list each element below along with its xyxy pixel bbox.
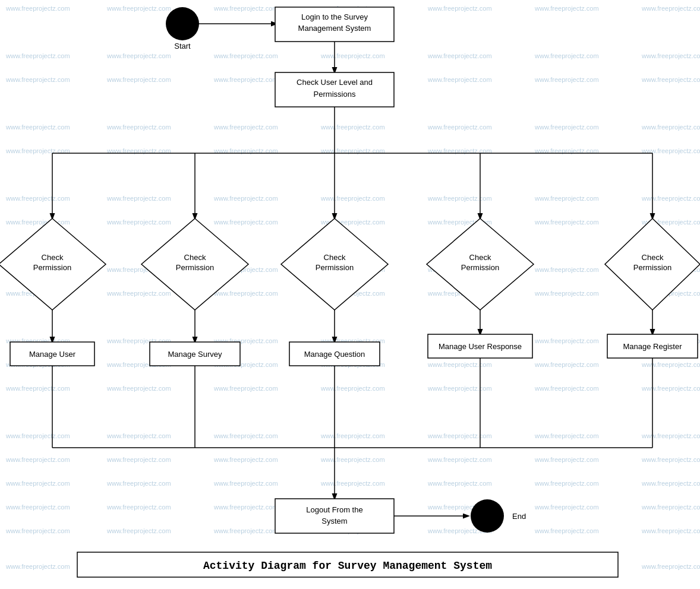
svg-text:www.freeprojectz.com: www.freeprojectz.com [534, 456, 599, 463]
svg-text:www.freeprojectz.com: www.freeprojectz.com [534, 124, 599, 131]
svg-text:www.freeprojectz.com: www.freeprojectz.com [5, 76, 70, 83]
svg-text:www.freeprojectz.com: www.freeprojectz.com [641, 76, 700, 83]
svg-text:www.freeprojectz.com: www.freeprojectz.com [5, 504, 70, 511]
footer-title: Activity Diagram for Survey Management S… [203, 560, 492, 572]
svg-text:www.freeprojectz.com: www.freeprojectz.com [427, 480, 492, 487]
svg-text:www.freeprojectz.com: www.freeprojectz.com [534, 504, 599, 511]
svg-text:www.freeprojectz.com: www.freeprojectz.com [106, 527, 171, 534]
svg-text:www.freeprojectz.com: www.freeprojectz.com [320, 52, 385, 59]
svg-text:www.freeprojectz.com: www.freeprojectz.com [427, 76, 492, 83]
svg-text:www.freeprojectz.com: www.freeprojectz.com [534, 527, 599, 534]
svg-text:www.freeprojectz.com: www.freeprojectz.com [534, 337, 599, 344]
check-perm-1-line1: Check [42, 253, 64, 262]
logout-label-line1: Logout From the [306, 505, 362, 514]
svg-text:www.freeprojectz.com: www.freeprojectz.com [106, 480, 171, 487]
svg-text:www.freeprojectz.com: www.freeprojectz.com [5, 195, 70, 202]
svg-text:www.freeprojectz.com: www.freeprojectz.com [427, 456, 492, 463]
svg-text:www.freeprojectz.com: www.freeprojectz.com [641, 361, 700, 368]
svg-text:www.freeprojectz.com: www.freeprojectz.com [320, 456, 385, 463]
svg-text:www.freeprojectz.com: www.freeprojectz.com [5, 385, 70, 392]
logout-box [275, 499, 394, 533]
check-perm-2-line1: Check [184, 253, 206, 262]
svg-text:www.freeprojectz.com: www.freeprojectz.com [106, 290, 171, 297]
svg-text:www.freeprojectz.com: www.freeprojectz.com [534, 52, 599, 59]
end-node [471, 499, 504, 533]
svg-text:www.freeprojectz.com: www.freeprojectz.com [106, 124, 171, 131]
svg-text:www.freeprojectz.com: www.freeprojectz.com [213, 76, 278, 83]
svg-text:www.freeprojectz.com: www.freeprojectz.com [534, 218, 599, 226]
svg-text:www.freeprojectz.com: www.freeprojectz.com [213, 480, 278, 487]
check-perm-5-line1: Check [642, 253, 664, 262]
svg-text:www.freeprojectz.com: www.freeprojectz.com [641, 504, 700, 511]
login-label-line1: Login to the Survey [301, 12, 368, 21]
svg-text:www.freeprojectz.com: www.freeprojectz.com [5, 563, 70, 570]
svg-text:www.freeprojectz.com: www.freeprojectz.com [427, 5, 492, 12]
svg-text:www.freeprojectz.com: www.freeprojectz.com [641, 480, 700, 487]
svg-text:www.freeprojectz.com: www.freeprojectz.com [5, 456, 70, 463]
svg-text:www.freeprojectz.com: www.freeprojectz.com [534, 385, 599, 392]
manage-register-label: Manage Register [623, 342, 683, 351]
svg-text:www.freeprojectz.com: www.freeprojectz.com [427, 385, 492, 392]
svg-text:www.freeprojectz.com: www.freeprojectz.com [106, 52, 171, 59]
svg-text:www.freeprojectz.com: www.freeprojectz.com [5, 52, 70, 59]
svg-text:www.freeprojectz.com: www.freeprojectz.com [213, 527, 278, 534]
svg-text:www.freeprojectz.com: www.freeprojectz.com [534, 432, 599, 439]
manage-survey-label: Manage Survey [168, 350, 222, 359]
check-perm-2-line2: Permission [176, 263, 214, 272]
svg-text:www.freeprojectz.com: www.freeprojectz.com [320, 432, 385, 439]
svg-text:www.freeprojectz.com: www.freeprojectz.com [213, 504, 278, 511]
svg-text:www.freeprojectz.com: www.freeprojectz.com [320, 480, 385, 487]
svg-text:www.freeprojectz.com: www.freeprojectz.com [106, 5, 171, 12]
check-perm-3-line1: Check [324, 253, 346, 262]
svg-text:www.freeprojectz.com: www.freeprojectz.com [320, 195, 385, 202]
svg-text:www.freeprojectz.com: www.freeprojectz.com [5, 480, 70, 487]
svg-text:www.freeprojectz.com: www.freeprojectz.com [106, 504, 171, 511]
check-perm-1-line2: Permission [33, 263, 71, 272]
svg-text:www.freeprojectz.com: www.freeprojectz.com [641, 563, 700, 570]
logout-label-line2: System [321, 517, 347, 525]
svg-text:www.freeprojectz.com: www.freeprojectz.com [5, 432, 70, 439]
check-user-level-line2: Permissions [314, 90, 356, 99]
svg-text:www.freeprojectz.com: www.freeprojectz.com [427, 124, 492, 131]
svg-text:www.freeprojectz.com: www.freeprojectz.com [106, 432, 171, 439]
svg-text:www.freeprojectz.com: www.freeprojectz.com [534, 266, 599, 273]
diagram-area: www.freeprojectz.com www.freeprojectz.co… [0, 0, 700, 589]
svg-text:www.freeprojectz.com: www.freeprojectz.com [320, 124, 385, 131]
svg-text:www.freeprojectz.com: www.freeprojectz.com [534, 195, 599, 202]
svg-text:www.freeprojectz.com: www.freeprojectz.com [320, 385, 385, 392]
svg-text:www.freeprojectz.com: www.freeprojectz.com [5, 124, 70, 131]
svg-text:www.freeprojectz.com: www.freeprojectz.com [5, 218, 70, 226]
start-label: Start [174, 42, 191, 50]
svg-text:www.freeprojectz.com: www.freeprojectz.com [534, 5, 599, 12]
manage-user-response-label: Manage User Response [439, 342, 522, 351]
svg-text:www.freeprojectz.com: www.freeprojectz.com [641, 52, 700, 59]
end-label: End [512, 512, 526, 521]
svg-text:www.freeprojectz.com: www.freeprojectz.com [213, 124, 278, 131]
svg-text:www.freeprojectz.com: www.freeprojectz.com [427, 432, 492, 439]
svg-text:www.freeprojectz.com: www.freeprojectz.com [106, 456, 171, 463]
svg-text:www.freeprojectz.com: www.freeprojectz.com [106, 76, 171, 83]
svg-text:www.freeprojectz.com: www.freeprojectz.com [641, 195, 700, 202]
svg-text:www.freeprojectz.com: www.freeprojectz.com [641, 5, 700, 12]
check-user-level-line1: Check User Level and [297, 78, 373, 87]
svg-text:www.freeprojectz.com: www.freeprojectz.com [641, 432, 700, 439]
svg-text:www.freeprojectz.com: www.freeprojectz.com [106, 385, 171, 392]
svg-text:www.freeprojectz.com: www.freeprojectz.com [534, 480, 599, 487]
svg-text:www.freeprojectz.com: www.freeprojectz.com [213, 385, 278, 392]
svg-text:www.freeprojectz.com: www.freeprojectz.com [5, 5, 70, 12]
svg-text:www.freeprojectz.com: www.freeprojectz.com [641, 527, 700, 534]
svg-text:www.freeprojectz.com: www.freeprojectz.com [427, 52, 492, 59]
svg-text:www.freeprojectz.com: www.freeprojectz.com [641, 456, 700, 463]
svg-text:www.freeprojectz.com: www.freeprojectz.com [534, 76, 599, 83]
svg-text:www.freeprojectz.com: www.freeprojectz.com [213, 432, 278, 439]
svg-text:www.freeprojectz.com: www.freeprojectz.com [213, 195, 278, 202]
check-perm-4-line1: Check [469, 253, 491, 262]
svg-text:www.freeprojectz.com: www.freeprojectz.com [641, 124, 700, 131]
svg-text:www.freeprojectz.com: www.freeprojectz.com [5, 527, 70, 534]
svg-text:www.freeprojectz.com: www.freeprojectz.com [534, 290, 599, 297]
svg-text:www.freeprojectz.com: www.freeprojectz.com [213, 218, 278, 226]
svg-text:www.freeprojectz.com: www.freeprojectz.com [641, 385, 700, 392]
svg-text:www.freeprojectz.com: www.freeprojectz.com [213, 5, 278, 12]
svg-text:www.freeprojectz.com: www.freeprojectz.com [213, 52, 278, 59]
svg-text:www.freeprojectz.com: www.freeprojectz.com [106, 218, 171, 226]
